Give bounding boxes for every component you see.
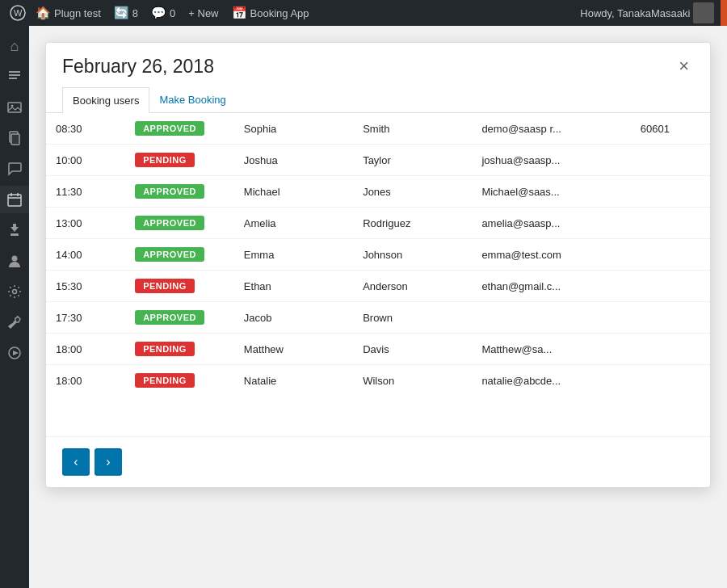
booking-modal: February 26, 2018 × Booking users Make B… — [45, 42, 711, 488]
last-name-cell: Johnson — [353, 239, 472, 271]
svg-rect-13 — [11, 233, 19, 236]
last-name-cell: Rodriguez — [353, 208, 472, 239]
table-row[interactable]: 15:30 PENDING Ethan Anderson ethan@gmail… — [46, 271, 710, 302]
email-cell: joshua@saasp... — [472, 145, 630, 176]
email-cell: natalie@abcde... — [472, 365, 630, 397]
status-badge: PENDING — [135, 373, 195, 388]
status-cell: PENDING — [125, 271, 234, 302]
pages-icon[interactable] — [0, 124, 29, 152]
table-row[interactable]: 18:00 PENDING Natalie Wilson natalie@abc… — [46, 365, 710, 397]
zip-cell — [631, 239, 710, 271]
svg-rect-9 — [8, 195, 21, 206]
settings-icon[interactable] — [0, 278, 29, 305]
first-name-cell: Matthew — [234, 334, 353, 365]
users-icon[interactable] — [0, 247, 29, 275]
status-badge: PENDING — [135, 279, 195, 293]
tools-icon[interactable] — [0, 309, 29, 336]
status-cell: APPROVED — [125, 208, 234, 239]
status-cell: PENDING — [125, 334, 234, 365]
status-cell: APPROVED — [125, 302, 234, 334]
status-cell: APPROVED — [125, 239, 234, 271]
time-cell: 18:00 — [46, 365, 125, 397]
posts-icon[interactable] — [0, 63, 29, 90]
first-name-cell: Amelia — [234, 208, 353, 239]
last-name-cell: Wilson — [353, 365, 472, 397]
new-btn[interactable]: + New — [182, 0, 225, 26]
status-badge: PENDING — [135, 153, 195, 167]
table-container: 08:30 APPROVED Sophia Smith demo@saasp r… — [46, 113, 710, 436]
table-row[interactable]: 11:30 APPROVED Michael Jones Michael@saa… — [46, 176, 710, 208]
email-cell: Matthew@sa... — [472, 334, 630, 365]
howdy-label: Howdy, TanakaMasaaki — [574, 2, 721, 23]
first-name-cell: Michael — [234, 176, 353, 208]
time-cell: 15:30 — [46, 271, 125, 302]
email-cell — [472, 302, 630, 334]
svg-marker-17 — [13, 351, 19, 355]
table-row[interactable]: 18:00 PENDING Matthew Davis Matthew@sa..… — [46, 334, 710, 365]
updates-btn[interactable]: 🔄 8 — [107, 0, 145, 26]
table-row[interactable]: 17:30 APPROVED Jacob Brown — [46, 302, 710, 334]
time-cell: 17:30 — [46, 302, 125, 334]
table-row[interactable]: 13:00 APPROVED Amelia Rodriguez amelia@s… — [46, 208, 710, 239]
tabs-container: Booking users Make Booking — [46, 87, 710, 113]
status-cell: APPROVED — [125, 176, 234, 208]
status-badge: APPROVED — [135, 184, 204, 199]
email-cell: emma@test.com — [472, 239, 630, 271]
email-cell: ethan@gmail.c... — [472, 271, 630, 302]
time-cell: 14:00 — [46, 239, 125, 271]
table-body: 08:30 APPROVED Sophia Smith demo@saasp r… — [46, 113, 710, 396]
prev-button[interactable]: ‹ — [62, 448, 90, 476]
next-button[interactable]: › — [95, 448, 122, 476]
time-cell: 10:00 — [46, 145, 125, 176]
comments-icon[interactable] — [0, 155, 29, 183]
time-cell: 13:00 — [46, 208, 125, 239]
zip-cell: 60601 — [631, 113, 710, 145]
first-name-cell: Joshua — [234, 145, 353, 176]
zip-cell — [631, 176, 710, 208]
tab-booking-users[interactable]: Booking users — [62, 87, 149, 113]
admin-bar: W 🏠 Plugn test 🔄 8 💬 0 + New 📅 Booking A… — [0, 0, 727, 26]
email-cell: amelia@saasp... — [472, 208, 630, 239]
plugins-icon[interactable] — [0, 216, 29, 244]
media2-icon[interactable] — [0, 339, 29, 367]
first-name-cell: Natalie — [234, 365, 353, 397]
dashboard-icon[interactable]: ⌂ — [0, 32, 29, 60]
accent-bar — [721, 0, 727, 26]
site-name[interactable]: 🏠 Plugn test — [29, 0, 107, 26]
first-name-cell: Sophia — [234, 113, 353, 145]
last-name-cell: Brown — [353, 302, 472, 334]
modal-header: February 26, 2018 × — [46, 43, 710, 87]
main-content: February 26, 2018 × Booking users Make B… — [29, 26, 727, 588]
table-row[interactable]: 14:00 APPROVED Emma Johnson emma@test.co… — [46, 239, 710, 271]
status-badge: PENDING — [135, 342, 195, 356]
time-cell: 11:30 — [46, 176, 125, 208]
booking-app-btn[interactable]: 📅 Booking App — [225, 0, 316, 26]
table-row[interactable]: 08:30 APPROVED Sophia Smith demo@saasp r… — [46, 113, 710, 145]
status-badge: APPROVED — [135, 216, 204, 230]
modal-footer: ‹ › — [46, 436, 710, 487]
tab-make-booking[interactable]: Make Booking — [149, 87, 235, 113]
svg-point-6 — [11, 105, 14, 107]
svg-text:W: W — [14, 8, 23, 18]
zip-cell — [631, 145, 710, 176]
first-name-cell: Emma — [234, 239, 353, 271]
zip-cell — [631, 302, 710, 334]
comments-btn[interactable]: 💬 0 — [145, 0, 182, 26]
status-cell: PENDING — [125, 145, 234, 176]
table-row[interactable]: 10:00 PENDING Joshua Taylor joshua@saasp… — [46, 145, 710, 176]
svg-point-15 — [13, 290, 17, 294]
calendar-icon[interactable] — [0, 186, 29, 213]
status-badge: APPROVED — [135, 121, 204, 136]
zip-cell — [631, 365, 710, 397]
wp-logo[interactable]: W — [6, 0, 29, 26]
svg-rect-3 — [9, 74, 20, 76]
email-cell: Michael@saas... — [472, 176, 630, 208]
svg-point-14 — [12, 256, 18, 262]
media-icon[interactable] — [0, 94, 29, 121]
status-badge: APPROVED — [135, 247, 204, 262]
close-button[interactable]: × — [674, 56, 694, 77]
first-name-cell: Ethan — [234, 271, 353, 302]
svg-rect-8 — [11, 134, 19, 145]
email-cell: demo@saasp r... — [472, 113, 630, 145]
status-badge: APPROVED — [135, 310, 204, 325]
